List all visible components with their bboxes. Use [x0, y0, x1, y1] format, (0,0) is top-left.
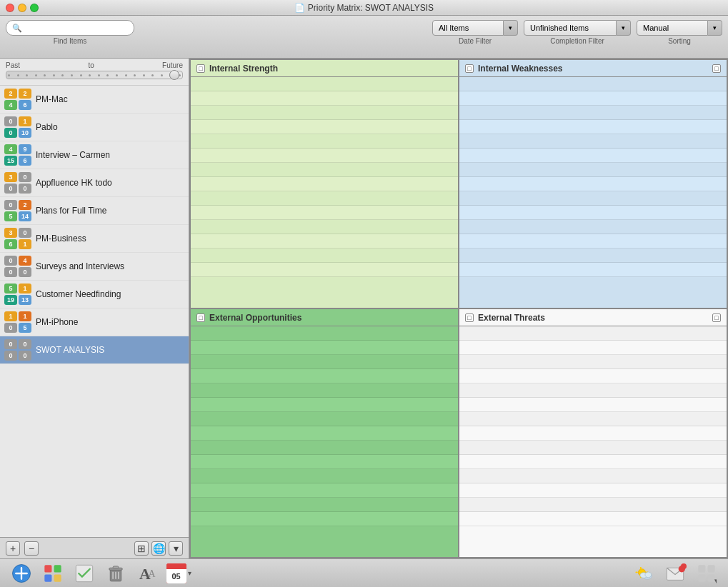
matrix-row[interactable]	[459, 426, 727, 441]
matrix-row[interactable]	[459, 249, 727, 263]
opportunity-expand-button[interactable]: □	[196, 313, 205, 322]
matrix-row[interactable]	[459, 220, 727, 234]
matrix-row[interactable]	[191, 369, 458, 383]
matrix-row[interactable]	[191, 383, 458, 398]
sorting-dropdown-row[interactable]: Manual ▾	[637, 20, 722, 36]
matrix-row[interactable]	[191, 483, 458, 498]
matrix-row[interactable]	[459, 455, 727, 469]
add-item-button[interactable]	[9, 562, 34, 585]
weakness-expand-button[interactable]: □	[465, 64, 474, 73]
matrix-row[interactable]	[191, 163, 458, 177]
completion-dropdown-row[interactable]: Unfinished Items ▾	[524, 20, 631, 36]
sorting-dropdown-arrow[interactable]: ▾	[708, 20, 722, 36]
opportunity-body[interactable]	[191, 326, 458, 557]
matrix-row[interactable]	[191, 191, 458, 206]
font-button[interactable]: A A	[134, 562, 160, 585]
matrix-row[interactable]	[191, 206, 458, 220]
sorting-dropdown[interactable]: Manual	[637, 20, 708, 36]
matrix-row[interactable]	[191, 106, 458, 120]
matrix-row[interactable]	[459, 77, 727, 91]
completion-dropdown-arrow[interactable]: ▾	[617, 20, 631, 36]
matrix-row[interactable]	[191, 234, 458, 249]
close-button[interactable]	[6, 4, 14, 12]
search-input[interactable]	[25, 24, 128, 32]
threat-collapse-button[interactable]: □	[712, 313, 721, 322]
matrix-row[interactable]	[191, 398, 458, 412]
threat-expand-button[interactable]: □	[465, 313, 474, 322]
add-project-button[interactable]: +	[6, 541, 20, 556]
matrix-row[interactable]	[459, 441, 727, 455]
matrix-row[interactable]	[191, 412, 458, 426]
matrix-row[interactable]	[459, 326, 727, 341]
matrix-row[interactable]	[459, 234, 727, 249]
matrix-row[interactable]	[459, 398, 727, 412]
matrix-row[interactable]	[459, 206, 727, 220]
matrix-row[interactable]	[459, 369, 727, 383]
matrix-row[interactable]	[191, 326, 458, 341]
matrix-row[interactable]	[191, 134, 458, 149]
matrix-row[interactable]	[459, 91, 727, 106]
grid-view-button[interactable]	[40, 562, 66, 585]
matrix-row[interactable]	[459, 263, 727, 277]
calendar-dropdown-arrow[interactable]: ▾	[188, 569, 191, 577]
completion-dropdown[interactable]: Unfinished Items	[524, 20, 617, 36]
matrix-row[interactable]	[191, 441, 458, 455]
strength-expand-button[interactable]: □	[196, 64, 205, 73]
matrix-row[interactable]	[459, 134, 727, 149]
weakness-body[interactable]	[459, 77, 727, 308]
matrix-row[interactable]	[191, 512, 458, 526]
globe-button[interactable]: 🌐	[151, 541, 166, 556]
weather-button[interactable]	[631, 562, 657, 585]
delete-button[interactable]	[103, 562, 129, 585]
matrix-row[interactable]	[459, 120, 727, 134]
matrix-row[interactable]	[191, 355, 458, 369]
mail-button[interactable]	[662, 562, 688, 585]
matrix-row[interactable]	[191, 469, 458, 483]
matrix-row[interactable]	[459, 483, 727, 498]
search-box[interactable]: 🔍	[6, 20, 134, 36]
matrix-row[interactable]	[459, 191, 727, 206]
weakness-collapse-button[interactable]: □	[712, 64, 721, 73]
project-list-item[interactable]: 3 0 6 1 PM-Business	[0, 225, 189, 253]
tasks-button[interactable]	[71, 562, 97, 585]
matrix-row[interactable]	[459, 177, 727, 191]
matrix-row[interactable]	[459, 498, 727, 512]
matrix-row[interactable]	[459, 412, 727, 426]
more-apps-button[interactable]: ▾	[694, 562, 719, 585]
project-list-item[interactable]: 0 2 5 14 Plans for Full Time	[0, 197, 189, 225]
strength-body[interactable]	[191, 77, 458, 308]
project-list-item[interactable]: 2 2 4 6 PM-Mac	[0, 86, 189, 114]
matrix-row[interactable]	[191, 263, 458, 277]
view-toggle-button[interactable]: ⊞	[134, 541, 149, 556]
maximize-button[interactable]	[30, 4, 39, 12]
matrix-row[interactable]	[191, 249, 458, 263]
threat-body[interactable]	[459, 326, 727, 557]
time-slider-track[interactable]	[6, 71, 183, 79]
matrix-row[interactable]	[191, 426, 458, 441]
project-list-item[interactable]: 4 9 15 6 Interview – Carmen	[0, 141, 189, 169]
matrix-row[interactable]	[191, 120, 458, 134]
matrix-row[interactable]	[459, 149, 727, 163]
matrix-row[interactable]	[191, 455, 458, 469]
more-options-button[interactable]: ▾	[169, 541, 183, 556]
matrix-row[interactable]	[191, 149, 458, 163]
matrix-row[interactable]	[459, 106, 727, 120]
matrix-row[interactable]	[459, 355, 727, 369]
project-list-item[interactable]: 1 1 0 5 PM-iPhone	[0, 308, 189, 336]
matrix-row[interactable]	[191, 177, 458, 191]
items-dropdown-arrow[interactable]: ▾	[504, 20, 518, 36]
project-list-item[interactable]: 0 0 0 0 SWOT ANALYSIS	[0, 336, 189, 364]
items-dropdown[interactable]: All Items	[432, 20, 504, 36]
items-dropdown-row[interactable]: All Items ▾	[432, 20, 518, 36]
matrix-row[interactable]	[191, 341, 458, 355]
project-list-item[interactable]: 5 1 19 13 Customer Needfinding	[0, 281, 189, 308]
remove-project-button[interactable]: −	[24, 541, 39, 556]
calendar-button[interactable]: 05 ▾	[166, 562, 191, 585]
matrix-row[interactable]	[191, 77, 458, 91]
project-list-item[interactable]: 0 4 0 0 Surveys and Interviews	[0, 253, 189, 281]
project-list-item[interactable]: 3 0 0 0 Appfluence HK todo	[0, 169, 189, 197]
slider-handle[interactable]	[169, 70, 179, 80]
matrix-row[interactable]	[459, 383, 727, 398]
matrix-row[interactable]	[459, 163, 727, 177]
matrix-row[interactable]	[191, 498, 458, 512]
